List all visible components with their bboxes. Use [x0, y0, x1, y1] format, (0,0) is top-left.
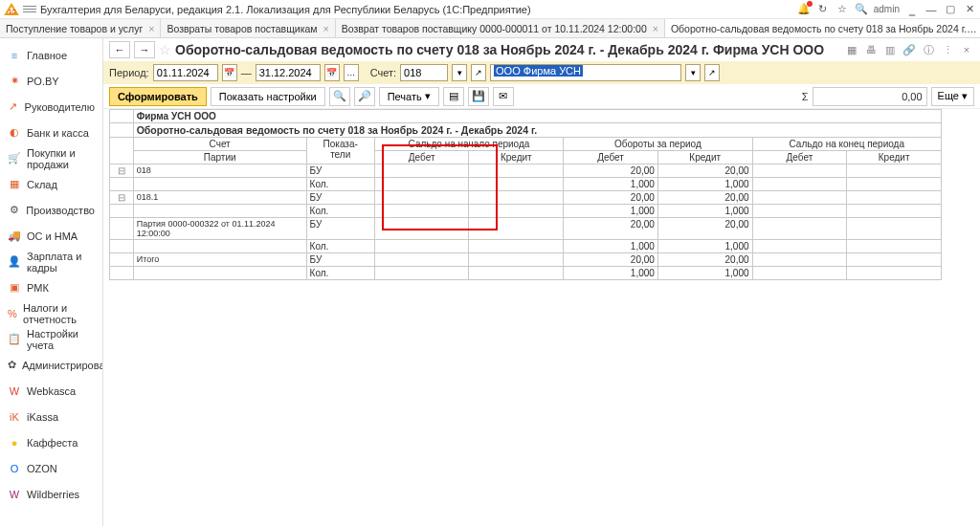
export-button[interactable]: ▤ [443, 87, 464, 106]
period-ellipsis-button[interactable]: … [344, 64, 359, 81]
more-button[interactable]: Еще ▾ [931, 87, 974, 106]
sidebar-item-17[interactable]: WWildberries [0, 481, 102, 507]
bell-icon[interactable]: 🔔 [797, 3, 811, 16]
nav-fwd-button[interactable]: → [134, 41, 155, 58]
mail-button[interactable]: ✉ [493, 87, 514, 106]
sidebar-item-0[interactable]: ≡Главное [0, 42, 102, 68]
tab-0[interactable]: Поступление товаров и услуг× [0, 19, 161, 37]
close-window-icon[interactable]: ✕ [963, 3, 976, 16]
account-input[interactable] [400, 64, 448, 81]
nav-back-button[interactable]: ← [109, 41, 130, 58]
tab-1[interactable]: Возвраты товаров поставщикам× [161, 19, 335, 37]
account-open-icon[interactable]: ↗ [471, 64, 486, 81]
tree-toggle[interactable] [110, 205, 134, 218]
sidebar-item-13[interactable]: WWebkasса [0, 378, 102, 404]
cell-start-kt [469, 218, 564, 240]
sidebar-icon: ⚙ [8, 204, 20, 217]
date-picker-icon[interactable]: 📅 [222, 64, 237, 81]
table-row[interactable]: Кол.1,0001,000 [110, 240, 942, 253]
sidebar-item-4[interactable]: 🛒Покупки и продажи [0, 145, 102, 171]
account-dropdown-icon[interactable]: ▾ [452, 64, 467, 81]
tool-icon[interactable]: ▦ [844, 42, 859, 57]
table-row[interactable]: ⊟018.1БУ20,0020,00 [110, 191, 942, 205]
svg-text:1С: 1С [9, 9, 16, 14]
sidebar-item-12[interactable]: ✿Администрирование [0, 352, 102, 378]
print-button[interactable]: Печать ▾ [379, 87, 439, 106]
period-from-input[interactable] [153, 64, 218, 81]
sidebar-item-5[interactable]: ▦Склад [0, 171, 102, 197]
user-label[interactable]: admin [874, 4, 900, 14]
sidebar-label: РМК [27, 282, 49, 294]
cell-ind: БУ [306, 218, 374, 240]
sidebar-item-16[interactable]: OOZON [0, 455, 102, 481]
sidebar-item-2[interactable]: ↗Руководителю [0, 94, 102, 120]
tree-toggle[interactable] [110, 218, 134, 240]
form-button[interactable]: Сформировать [109, 87, 207, 106]
table-row[interactable]: ⊟018БУ20,0020,00 [110, 164, 942, 178]
help-icon[interactable]: ⓘ [921, 42, 936, 57]
hamburger-icon[interactable] [23, 3, 36, 16]
tree-toggle[interactable] [110, 240, 134, 253]
tab-close-icon[interactable]: × [148, 23, 154, 34]
table-row[interactable]: ИтогоБУ20,0020,00 [110, 253, 942, 267]
org-dropdown-icon[interactable]: ▾ [685, 64, 701, 81]
settings-icon[interactable]: ‗ [905, 3, 919, 16]
find-next-button[interactable]: 🔎 [354, 87, 375, 106]
tab-close-icon[interactable]: × [323, 23, 329, 34]
sidebar-item-10[interactable]: %Налоги и отчетность [0, 300, 102, 326]
period-to-input[interactable] [256, 64, 321, 81]
tree-toggle[interactable] [110, 267, 134, 280]
tab-3[interactable]: Оборотно-сальдовая ведомость по счету 01… [665, 19, 980, 37]
sidebar-item-7[interactable]: 🚚ОС и НМА [0, 223, 102, 249]
favorite-star-icon[interactable]: ☆ [159, 42, 171, 57]
tree-toggle[interactable] [110, 178, 134, 191]
find-button[interactable]: 🔍 [329, 87, 350, 106]
table-row[interactable]: Кол.1,0001,000 [110, 205, 942, 218]
cell-ind: БУ [306, 191, 374, 205]
cell-turn-dt: 20,00 [564, 218, 658, 240]
page-title: Оборотно-сальдовая ведомость по счету 01… [175, 42, 840, 57]
col-indicators: Показа- тели [306, 138, 374, 164]
close-page-icon[interactable]: × [959, 42, 974, 57]
sidebar-item-8[interactable]: 👤Зарплата и кадры [0, 249, 102, 274]
minimize-icon[interactable]: — [924, 3, 938, 16]
star-icon[interactable]: ☆ [835, 3, 849, 16]
sidebar-icon: ✷ [8, 75, 21, 88]
report-area[interactable]: Фирма УСН ООО Оборотно-сальдовая ведомос… [103, 109, 980, 526]
print-icon[interactable]: 🖶 [863, 42, 879, 57]
show-settings-button[interactable]: Показать настройки [211, 87, 325, 106]
link-icon[interactable]: 🔗 [902, 42, 917, 57]
sidebar-item-14[interactable]: iKiKassa [0, 404, 102, 429]
more-icon[interactable]: ⋮ [940, 42, 955, 57]
tree-toggle[interactable] [110, 253, 134, 267]
sidebar-item-6[interactable]: ⚙Производство [0, 197, 102, 223]
history-icon[interactable]: ↻ [816, 3, 830, 16]
sidebar-item-15[interactable]: ●Каффеста [0, 429, 102, 455]
sidebar-label: Производство [26, 205, 95, 216]
sidebar-item-11[interactable]: 📋Настройки учета [0, 326, 102, 352]
maximize-icon[interactable]: ▢ [944, 3, 957, 16]
tab-close-icon[interactable]: × [653, 23, 658, 34]
tab-2[interactable]: Возврат товаров поставщику 0000-000011 о… [336, 19, 665, 37]
col-start: Сальдо на начало периода [374, 138, 563, 151]
table-row[interactable]: Кол.1,0001,000 [110, 267, 942, 280]
sidebar-item-3[interactable]: ◐Банк и касса [0, 120, 102, 145]
org-open-icon[interactable]: ↗ [704, 64, 720, 81]
save-button[interactable]: 💾 [468, 87, 489, 106]
date-picker-icon[interactable]: 📅 [324, 64, 340, 81]
table-row[interactable]: Кол.1,0001,000 [110, 178, 942, 191]
cell-end-dt [752, 267, 847, 280]
tree-toggle[interactable]: ⊟ [110, 164, 134, 178]
table-row[interactable]: Партия 0000-000322 от 01.11.2024 12:00:0… [110, 218, 942, 240]
cell-turn-kt: 1,000 [657, 205, 752, 218]
tree-toggle[interactable]: ⊟ [110, 191, 134, 205]
cell-end-kt [847, 267, 942, 280]
org-input[interactable]: ООО Фирма УСН [490, 64, 681, 81]
cell-start-dt [374, 267, 469, 280]
cell-acct: 018.1 [133, 191, 306, 205]
export-icon[interactable]: ▥ [882, 42, 898, 57]
search-icon[interactable]: 🔍 [855, 3, 868, 16]
sidebar-item-1[interactable]: ✷PO.BY [0, 68, 102, 94]
sidebar-item-9[interactable]: ▣РМК [0, 274, 102, 300]
sidebar-icon: W [8, 488, 21, 501]
